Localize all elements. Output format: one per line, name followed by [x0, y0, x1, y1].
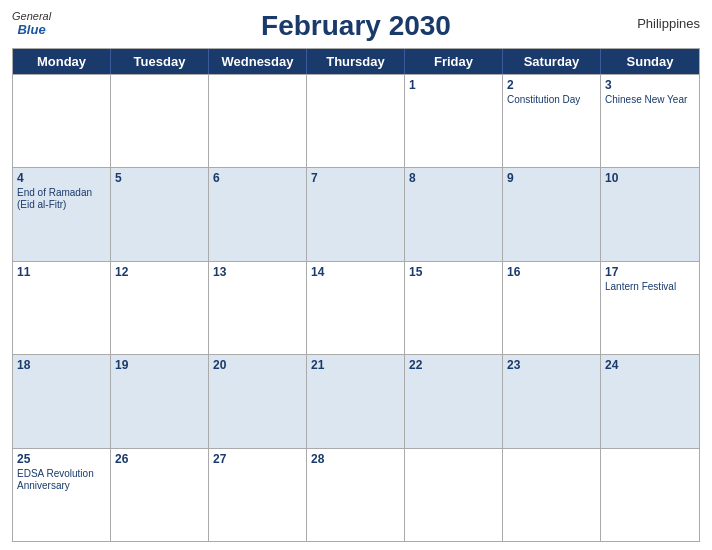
cell-event-label: EDSA Revolution Anniversary	[17, 468, 106, 492]
week-row-5: 25EDSA Revolution Anniversary262728	[13, 448, 699, 541]
cell-event-label: End of Ramadan (Eid al-Fitr)	[17, 187, 106, 211]
calendar-cell: 10	[601, 168, 699, 260]
day-number: 12	[115, 265, 204, 279]
col-header-thursday: Thursday	[307, 49, 405, 74]
day-number: 24	[605, 358, 695, 372]
day-number: 3	[605, 78, 695, 92]
calendar-cell	[111, 75, 209, 167]
calendar-cell: 13	[209, 262, 307, 354]
logo-general: General	[12, 10, 51, 22]
page: General Blue February 2030 Philippines M…	[0, 0, 712, 550]
day-number: 19	[115, 358, 204, 372]
calendar-cell: 17Lantern Festival	[601, 262, 699, 354]
calendar-cell: 28	[307, 449, 405, 541]
calendar-cell: 26	[111, 449, 209, 541]
logo-blue: Blue	[17, 22, 45, 37]
calendar-header: MondayTuesdayWednesdayThursdayFridaySatu…	[13, 49, 699, 74]
day-number: 4	[17, 171, 106, 185]
day-number: 11	[17, 265, 106, 279]
col-header-friday: Friday	[405, 49, 503, 74]
page-title: February 2030	[261, 10, 451, 42]
calendar-cell: 1	[405, 75, 503, 167]
country-label: Philippines	[637, 16, 700, 31]
calendar-cell: 19	[111, 355, 209, 447]
calendar-cell: 5	[111, 168, 209, 260]
day-number: 18	[17, 358, 106, 372]
day-number: 6	[213, 171, 302, 185]
calendar-cell: 6	[209, 168, 307, 260]
day-number: 13	[213, 265, 302, 279]
calendar-cell: 2Constitution Day	[503, 75, 601, 167]
week-row-4: 18192021222324	[13, 354, 699, 447]
calendar-cell	[601, 449, 699, 541]
calendar-cell: 3Chinese New Year	[601, 75, 699, 167]
calendar-cell: 14	[307, 262, 405, 354]
day-number: 28	[311, 452, 400, 466]
day-number: 26	[115, 452, 204, 466]
day-number: 2	[507, 78, 596, 92]
calendar-cell: 18	[13, 355, 111, 447]
calendar-cell	[209, 75, 307, 167]
day-number: 5	[115, 171, 204, 185]
calendar-cell: 27	[209, 449, 307, 541]
logo: General Blue	[12, 10, 51, 37]
header: General Blue February 2030 Philippines	[12, 10, 700, 42]
calendar-body: 12Constitution Day3Chinese New Year4End …	[13, 74, 699, 541]
calendar-cell: 12	[111, 262, 209, 354]
calendar-cell: 16	[503, 262, 601, 354]
week-row-3: 11121314151617Lantern Festival	[13, 261, 699, 354]
day-number: 14	[311, 265, 400, 279]
calendar-cell: 9	[503, 168, 601, 260]
calendar-cell	[405, 449, 503, 541]
calendar-cell: 7	[307, 168, 405, 260]
day-number: 16	[507, 265, 596, 279]
day-number: 9	[507, 171, 596, 185]
calendar-cell	[503, 449, 601, 541]
calendar-cell	[13, 75, 111, 167]
day-number: 21	[311, 358, 400, 372]
cell-event-label: Chinese New Year	[605, 94, 695, 106]
calendar-cell: 15	[405, 262, 503, 354]
day-number: 1	[409, 78, 498, 92]
calendar-cell: 4End of Ramadan (Eid al-Fitr)	[13, 168, 111, 260]
day-number: 22	[409, 358, 498, 372]
calendar-cell: 8	[405, 168, 503, 260]
day-number: 7	[311, 171, 400, 185]
cell-event-label: Constitution Day	[507, 94, 596, 106]
calendar: MondayTuesdayWednesdayThursdayFridaySatu…	[12, 48, 700, 542]
week-row-2: 4End of Ramadan (Eid al-Fitr)5678910	[13, 167, 699, 260]
day-number: 20	[213, 358, 302, 372]
col-header-wednesday: Wednesday	[209, 49, 307, 74]
day-number: 25	[17, 452, 106, 466]
col-header-tuesday: Tuesday	[111, 49, 209, 74]
col-header-saturday: Saturday	[503, 49, 601, 74]
day-number: 23	[507, 358, 596, 372]
cell-event-label: Lantern Festival	[605, 281, 695, 293]
calendar-cell: 11	[13, 262, 111, 354]
day-number: 10	[605, 171, 695, 185]
calendar-cell: 25EDSA Revolution Anniversary	[13, 449, 111, 541]
week-row-1: 12Constitution Day3Chinese New Year	[13, 74, 699, 167]
day-number: 15	[409, 265, 498, 279]
col-header-monday: Monday	[13, 49, 111, 74]
calendar-cell: 24	[601, 355, 699, 447]
day-number: 8	[409, 171, 498, 185]
day-number: 17	[605, 265, 695, 279]
calendar-cell: 22	[405, 355, 503, 447]
calendar-cell: 21	[307, 355, 405, 447]
calendar-cell: 20	[209, 355, 307, 447]
calendar-cell	[307, 75, 405, 167]
day-number: 27	[213, 452, 302, 466]
calendar-cell: 23	[503, 355, 601, 447]
col-header-sunday: Sunday	[601, 49, 699, 74]
